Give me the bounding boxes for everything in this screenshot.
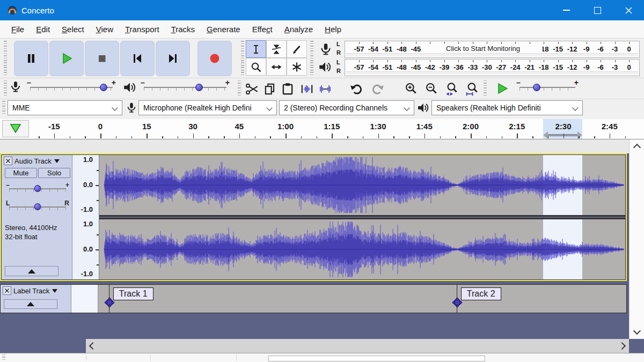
recording-device-dropdown[interactable]: Microphone (Realtek High Defini — [138, 100, 277, 115]
pause-button[interactable] — [14, 41, 48, 76]
silence-audio-button[interactable] — [317, 80, 334, 98]
meter-tick — [387, 60, 388, 62]
audio-track[interactable]: Audio Track Mute Solo – + L R — [0, 153, 627, 281]
label-track[interactable]: Label Track Track 1Track 2 — [0, 284, 627, 313]
label-text-box[interactable]: Track 1 — [113, 287, 153, 300]
menu-edit[interactable]: Edit — [30, 25, 56, 34]
toolbar-grip[interactable] — [310, 41, 313, 75]
fit-project-button[interactable] — [464, 80, 481, 98]
selection-tool-button[interactable] — [246, 40, 266, 58]
slider-thumb[interactable] — [34, 203, 41, 210]
envelope-tool-button[interactable] — [266, 40, 287, 58]
close-track-button[interactable] — [3, 286, 11, 295]
timeline-options-button[interactable] — [2, 120, 29, 137]
vertical-scrollbar[interactable] — [629, 139, 644, 339]
recording-volume-slider[interactable]: – + — [27, 79, 116, 93]
menu-transport[interactable]: Transport — [119, 25, 165, 34]
skip-to-end-button[interactable] — [156, 41, 190, 76]
menu-select[interactable]: Select — [56, 25, 90, 34]
audio-host-dropdown[interactable]: MME — [8, 100, 122, 115]
copy-button[interactable] — [261, 80, 279, 98]
menu-help[interactable]: Help — [319, 25, 347, 34]
skip-to-start-button[interactable] — [120, 41, 155, 76]
slider-thumb[interactable] — [195, 84, 203, 91]
playback-device-dropdown[interactable]: Speakers (Realtek High Definiti — [431, 100, 583, 115]
pan-slider[interactable]: L R — [6, 200, 69, 213]
draw-tool-button[interactable] — [287, 40, 307, 58]
meter-tick — [373, 42, 374, 44]
window-title: Concerto — [21, 6, 54, 15]
waveform-left-channel[interactable] — [99, 155, 625, 215]
record-button[interactable] — [197, 41, 232, 76]
time-shift-tool-button[interactable] — [266, 58, 287, 76]
toolbar-grip[interactable] — [2, 101, 5, 115]
meter-monitoring-text[interactable]: Click to Start Monitoring — [423, 45, 543, 53]
slider-thumb[interactable] — [533, 84, 540, 91]
toolbar-grip[interactable] — [241, 41, 244, 75]
recording-meter[interactable]: -57-54-51-48-45-42-39-36-33-30-27-24-21-… — [345, 41, 640, 58]
toolbar-grip[interactable] — [238, 80, 241, 97]
zoom-in-button[interactable] — [402, 80, 420, 98]
meter-tick — [558, 42, 559, 44]
trim-audio-button[interactable] — [298, 80, 316, 98]
playback-meter-button[interactable] — [318, 60, 332, 76]
undo-button[interactable] — [348, 80, 365, 98]
stop-button[interactable] — [85, 41, 119, 76]
collapse-track-button[interactable] — [4, 299, 57, 309]
maximize-button[interactable] — [582, 0, 613, 20]
recording-channels-dropdown[interactable]: 2 (Stereo) Recording Channels — [279, 100, 414, 115]
playback-meter[interactable]: -57-54-51-48-45-42-39-36-33-30-27-24-21-… — [345, 59, 640, 76]
horizontal-scrollbar-track[interactable] — [100, 339, 615, 353]
toolbar-grip[interactable] — [2, 354, 5, 361]
play-at-speed-button[interactable] — [491, 80, 514, 97]
toolbar-grip[interactable] — [4, 80, 7, 97]
scroll-left-button[interactable] — [86, 339, 100, 353]
gain-slider[interactable]: – + — [6, 182, 69, 195]
toolbar-grip[interactable] — [484, 80, 487, 97]
scroll-right-button[interactable] — [615, 339, 629, 353]
collapse-track-button[interactable] — [5, 266, 58, 276]
scroll-down-button[interactable] — [630, 325, 644, 339]
waveform-right-channel[interactable] — [99, 219, 625, 279]
timeline-ruler[interactable]: -1501530451:001:151:301:452:002:152:302:… — [0, 119, 644, 139]
play-speed-slider[interactable]: – + — [516, 79, 579, 93]
ruler-tick — [517, 134, 518, 138]
stop-icon — [96, 52, 108, 65]
paste-button[interactable] — [279, 80, 296, 98]
slider-thumb[interactable] — [34, 185, 41, 192]
fit-selection-button[interactable] — [443, 80, 460, 98]
minimize-button[interactable] — [551, 0, 582, 20]
label-track-content[interactable]: Track 1Track 2 — [98, 285, 626, 313]
vertical-scale-ruler[interactable]: 1.00.0-1.01.00.0-1.0 — [72, 155, 99, 279]
playback-volume-slider[interactable]: – + — [141, 79, 230, 93]
play-button[interactable] — [49, 41, 84, 76]
record-meter-button[interactable] — [319, 42, 333, 59]
menu-analyze[interactable]: Analyze — [279, 25, 319, 34]
multi-tool-button[interactable] — [287, 58, 307, 76]
zoom-out-button[interactable] — [423, 80, 440, 98]
close-button[interactable] — [613, 0, 644, 20]
audio-track-title-dropdown[interactable]: Audio Track — [14, 157, 60, 165]
playback-volume-speaker-icon — [122, 80, 136, 97]
record-meter-channel-L: L — [336, 41, 340, 47]
zoom-tool-button[interactable] — [246, 58, 266, 76]
label-text-box[interactable]: Track 2 — [461, 287, 501, 300]
selection-time-field[interactable] — [268, 356, 485, 361]
menu-view[interactable]: View — [90, 25, 119, 34]
menu-file[interactable]: File — [5, 25, 30, 34]
slider-thumb[interactable] — [100, 84, 107, 91]
mute-button[interactable]: Mute — [5, 168, 37, 178]
menu-tracks[interactable]: Tracks — [165, 25, 201, 34]
toolbar-grip[interactable] — [4, 41, 7, 75]
redo-button[interactable] — [369, 80, 386, 98]
label-track-title-dropdown[interactable]: Label Track — [13, 287, 57, 295]
scroll-up-button[interactable] — [630, 139, 644, 153]
waveform-display[interactable] — [99, 155, 625, 279]
menu-effect[interactable]: Effect — [246, 25, 279, 34]
horizontal-scrollbar[interactable] — [86, 339, 629, 353]
menu-generate[interactable]: Generate — [201, 25, 246, 34]
solo-button[interactable]: Solo — [38, 168, 70, 178]
close-track-button[interactable] — [4, 157, 12, 165]
time-ruler[interactable]: -1501530451:001:151:301:452:002:152:302:… — [32, 119, 629, 139]
cut-button[interactable] — [244, 80, 261, 98]
